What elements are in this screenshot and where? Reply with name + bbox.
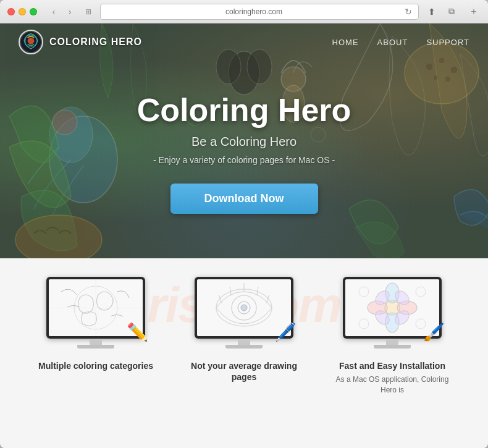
reload-button[interactable]: ↻ — [405, 7, 412, 17]
monitor-wrap-2: 🖊️ — [195, 277, 293, 351]
feature-item-1: ✏️ Multiple coloring categories — [34, 277, 158, 374]
features-grid: ✏️ Multiple coloring categories — [22, 277, 466, 395]
download-button[interactable]: Download Now — [170, 184, 318, 214]
feature-title-2: Not your average drawing pages — [182, 360, 306, 382]
minimize-button[interactable] — [19, 8, 26, 15]
nav-about[interactable]: ABOUT — [377, 38, 408, 47]
monitor-wrap-3: 🖌️ — [343, 277, 442, 351]
site-nav: COLORING HERO HOME ABOUT SUPPORT — [0, 23, 488, 61]
maximize-button[interactable] — [30, 8, 37, 15]
feature-title-1: Multiple coloring categories — [38, 360, 153, 371]
logo-text: COLORING HERO — [49, 36, 142, 48]
traffic-lights — [7, 8, 37, 15]
url-text: coloringhero.com — [107, 7, 401, 16]
svg-point-27 — [241, 305, 247, 311]
marker-overlay-2: 🖊️ — [275, 322, 297, 342]
feature-item-3: 🖌️ Fast and Easy Installation As a Mac O… — [330, 277, 454, 395]
feature-title-3: Fast and Easy Installation — [339, 360, 445, 371]
share-button[interactable]: ⬆ — [424, 5, 440, 19]
monitor-wrap-1: ✏️ — [46, 277, 145, 351]
nav-links: HOME ABOUT SUPPORT — [332, 38, 469, 47]
brush-overlay-3: 🖌️ — [423, 322, 445, 342]
nav-buttons: ‹ › — [47, 5, 77, 19]
back-button[interactable]: ‹ — [47, 5, 61, 19]
hero-title: Coloring Hero — [0, 91, 488, 129]
hero-description: - Enjoy a variety of coloring pages for … — [0, 155, 488, 165]
nav-home[interactable]: HOME — [332, 38, 359, 47]
feature-desc-3: As a Mac OS application, Coloring Hero i… — [330, 374, 454, 395]
tab-view-button[interactable]: ⊞ — [82, 5, 95, 19]
nav-support[interactable]: SUPPORT — [426, 38, 469, 47]
hero-section: COLORING HERO HOME ABOUT SUPPORT Colorin… — [0, 23, 488, 258]
window-button[interactable]: ⧉ — [444, 5, 460, 19]
hero-subtitle: Be a Coloring Hero — [0, 135, 488, 149]
pencil-overlay-1: ✏️ — [127, 322, 148, 342]
feature-item-2: 🖊️ Not your average drawing pages — [182, 277, 306, 386]
features-section: risk.com — [0, 258, 488, 448]
logo-icon — [19, 30, 43, 54]
hero-content: Coloring Hero Be a Coloring Hero - Enjoy… — [0, 61, 488, 214]
logo-area: COLORING HERO — [19, 30, 142, 54]
web-content: COLORING HERO HOME ABOUT SUPPORT Colorin… — [0, 23, 488, 448]
svg-point-18 — [28, 38, 35, 44]
forward-button[interactable]: › — [63, 5, 77, 19]
close-button[interactable] — [7, 8, 15, 15]
new-tab-button[interactable]: + — [467, 5, 481, 19]
title-bar: ‹ › ⊞ coloringhero.com ↻ ⬆ ⧉ + — [0, 0, 488, 23]
browser-actions: ⬆ ⧉ — [424, 5, 460, 19]
browser-window: ‹ › ⊞ coloringhero.com ↻ ⬆ ⧉ + — [0, 0, 488, 448]
address-bar[interactable]: coloringhero.com ↻ — [100, 4, 419, 20]
